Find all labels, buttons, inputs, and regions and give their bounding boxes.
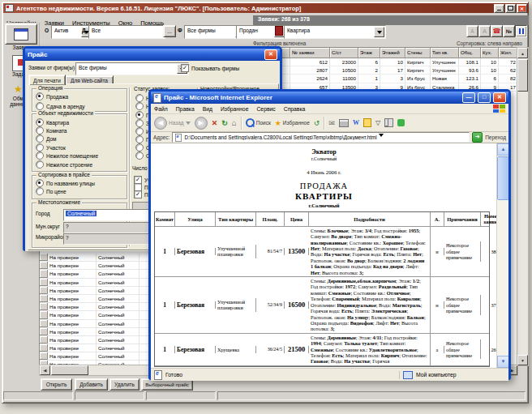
number-tool-button[interactable]: № [503, 25, 515, 37]
filter-icon[interactable]: ▽ [375, 119, 380, 126]
radio-sort-street[interactable]: По названию улицы [36, 179, 95, 187]
grid-header[interactable]: Стены [405, 48, 431, 58]
row-selector[interactable] [40, 270, 48, 277]
row-selector[interactable] [40, 352, 48, 360]
radio-sale[interactable]: Продажа [36, 92, 68, 100]
grid-header[interactable]: Этаж [358, 48, 380, 58]
font-decrease-button[interactable]: А [466, 25, 478, 37]
row-selector[interactable] [40, 320, 48, 327]
home-icon[interactable]: ⌂ [232, 118, 237, 127]
micro-field[interactable]: ? [63, 233, 151, 245]
grid-header[interactable]: Тип кв. [431, 48, 459, 58]
doc-vscrollbar[interactable]: ▲ ▼ [496, 143, 508, 368]
radio-lot[interactable]: Участок [36, 143, 66, 152]
price-dialog-titlebar[interactable]: Прайс ✕ [25, 49, 280, 61]
address-input[interactable]: D:\Documents and Settings\valera.C2800\L… [172, 132, 470, 143]
menu-item[interactable]: Вид [203, 106, 212, 112]
address-dropdown-icon[interactable] [379, 134, 386, 141]
grid-header[interactable]: Общ. [459, 48, 481, 58]
grid-header[interactable]: № заявки [290, 48, 330, 58]
status-filter-combo[interactable]: Актив [51, 25, 93, 39]
row-selector[interactable] [40, 279, 48, 286]
scroll-up-icon[interactable]: ▲ [517, 48, 528, 58]
radio-room[interactable]: Комната [36, 126, 66, 134]
firms-combo[interactable]: Все фирмы [75, 62, 189, 75]
scroll-thumb[interactable] [51, 365, 88, 375]
doc-table-row: 1 Березовая Хрущевка 36/24/5 21500 Стены… [155, 334, 489, 366]
add-button[interactable]: Добавить [75, 378, 108, 391]
go-icon[interactable]: ➜ [472, 132, 483, 143]
back-button[interactable]: ◀ Назад [154, 117, 191, 130]
scroll-down-icon[interactable]: ▼ [497, 356, 508, 368]
scroll-thumb[interactable] [497, 156, 508, 200]
grid-cell: 72 [499, 58, 518, 66]
ie-titlebar[interactable]: Прайс - Microsoft Internet Explorer ― □ … [151, 92, 508, 104]
grid-header[interactable]: Этажей [380, 48, 405, 58]
row-selector[interactable] [40, 336, 48, 344]
minimize-icon[interactable]: ― [462, 92, 475, 103]
radio-sort-price[interactable]: По цене [36, 187, 66, 195]
main-window-titlebar[interactable]: Агентство недвижимости. Версия 6.16.51. … [3, 3, 529, 13]
scroll-up-icon[interactable]: ▲ [497, 143, 508, 156]
row-selector[interactable] [40, 303, 48, 310]
radio-flat[interactable]: Квартира [36, 118, 69, 126]
close-icon[interactable]: ✕ [264, 49, 277, 60]
city-combo[interactable]: Солнечный [63, 209, 151, 221]
history-icon[interactable]: ↺ [314, 119, 320, 127]
grid-header[interactable]: Жил. [499, 48, 518, 58]
scroll-thumb[interactable] [517, 59, 528, 92]
show-firms-checkbox[interactable]: Показывать фирмы [181, 64, 239, 72]
delete-button[interactable]: Удалить [109, 378, 139, 391]
stop-icon[interactable]: ✕ [212, 119, 218, 127]
scroll-down-icon[interactable]: ▼ [517, 355, 528, 365]
radio-nonres-premise[interactable]: Нежилое помещение [36, 152, 98, 160]
phone-icon[interactable]: ☎ [491, 25, 503, 37]
row-selector[interactable] [40, 287, 48, 294]
district-field[interactable]: ? [63, 222, 151, 233]
row-selector[interactable] [40, 311, 48, 318]
maximize-icon[interactable]: □ [478, 92, 491, 103]
checkbox-icon[interactable] [181, 64, 189, 72]
browse-button[interactable]: ... [163, 25, 176, 37]
menu-item[interactable]: Сервис [256, 106, 275, 112]
menu-item[interactable]: Правка [176, 106, 195, 112]
print-icon[interactable] [339, 119, 349, 127]
row-selector[interactable] [40, 254, 48, 261]
favorites-button[interactable]: ★ Избранное [275, 119, 310, 127]
close-icon[interactable]: ✕ [517, 4, 527, 13]
row-selector[interactable] [40, 328, 48, 335]
menu-item[interactable]: Файл [154, 106, 168, 112]
edit-icon[interactable]: W [353, 119, 359, 126]
row-selector[interactable] [40, 344, 48, 352]
mail-icon[interactable]: ✉ [328, 119, 335, 127]
grid-header[interactable]: С/ст [330, 48, 358, 58]
menu-item[interactable]: Справка [284, 106, 306, 112]
tab-print[interactable]: Для печати [28, 75, 66, 85]
open-button[interactable]: Открыть [41, 378, 72, 391]
search-button[interactable]: Поиск [246, 118, 271, 127]
grid-cell: 123.1 [459, 75, 481, 82]
radio-nonres-building[interactable]: Нежилое строение [36, 160, 92, 169]
grid-header[interactable]: Кух. [481, 48, 499, 58]
close-icon[interactable]: ✕ [493, 92, 506, 103]
object-filter-combo[interactable]: Квартира [284, 25, 386, 39]
font-increase-button[interactable]: А [478, 25, 491, 37]
grid-vscrollbar[interactable]: ▲ ▼ [517, 47, 529, 366]
messenger-icon[interactable] [397, 119, 405, 126]
notes-icon[interactable] [363, 118, 371, 127]
refresh-icon[interactable]: ↻ [221, 119, 228, 127]
minimize-icon[interactable] [494, 4, 504, 13]
date-filter-input[interactable]: Все [88, 25, 165, 39]
row-selector[interactable] [40, 262, 48, 269]
pause-icon[interactable] [515, 25, 527, 37]
menu-item[interactable]: Избранное [221, 106, 248, 112]
group-object: Объект недвижимости Квартира Комната Дом… [32, 113, 127, 172]
scroll-left-icon[interactable]: ◀ [40, 365, 50, 375]
grid-icon[interactable] [384, 118, 393, 127]
radio-rent[interactable]: Сдача в аренду [36, 102, 85, 110]
forward-icon[interactable]: ▶ [195, 117, 208, 130]
restore-icon[interactable] [505, 4, 516, 13]
row-selector[interactable] [40, 295, 48, 302]
go-label[interactable]: Переход [485, 134, 506, 140]
radio-house[interactable]: Дом [36, 134, 57, 143]
